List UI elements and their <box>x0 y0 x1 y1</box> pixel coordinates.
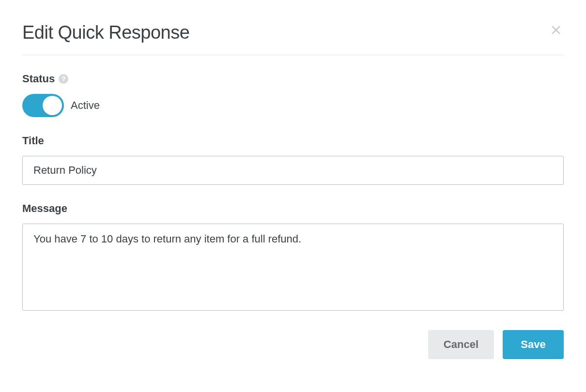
title-input[interactable] <box>22 156 564 185</box>
status-label: Status <box>22 73 55 85</box>
modal-title: Edit Quick Response <box>22 22 189 43</box>
close-icon <box>550 24 562 36</box>
status-toggle[interactable] <box>22 94 64 117</box>
modal-header: Edit Quick Response <box>22 22 564 55</box>
save-button[interactable]: Save <box>503 330 564 359</box>
cancel-button[interactable]: Cancel <box>428 330 494 359</box>
message-field-group: Message <box>22 202 564 313</box>
help-icon[interactable]: ? <box>59 74 68 84</box>
toggle-knob <box>43 96 62 115</box>
message-label-row: Message <box>22 202 564 215</box>
close-button[interactable] <box>548 22 564 38</box>
title-field-group: Title <box>22 135 564 185</box>
message-label: Message <box>22 202 67 215</box>
message-textarea[interactable] <box>22 224 564 311</box>
title-label: Title <box>22 135 44 147</box>
form-section: Status ? Active Title Message Cancel Sav… <box>22 73 564 359</box>
status-toggle-label: Active <box>71 99 100 112</box>
status-label-row: Status ? <box>22 73 564 85</box>
status-field-group: Status ? Active <box>22 73 564 117</box>
status-toggle-row: Active <box>22 94 564 117</box>
button-row: Cancel Save <box>22 330 564 359</box>
title-label-row: Title <box>22 135 564 147</box>
